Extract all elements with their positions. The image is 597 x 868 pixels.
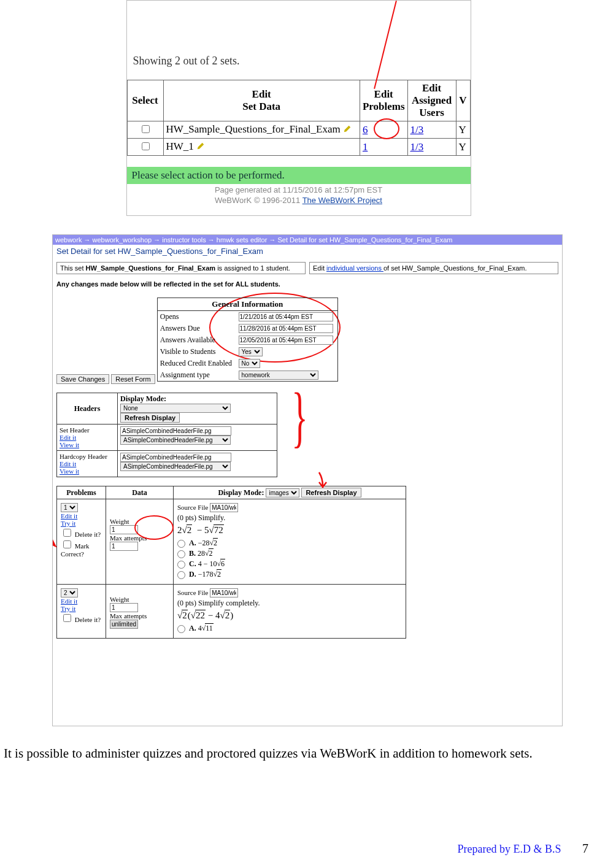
header-file-input[interactable] <box>120 426 231 436</box>
view-link[interactable]: View it <box>60 441 115 448</box>
hardcopy-header-label: Hardcopy Header <box>60 453 107 460</box>
math-expression: 22 − 572 <box>177 523 402 537</box>
source-file-label: Source File <box>177 504 208 511</box>
pencil-icon[interactable] <box>343 124 352 136</box>
problems-link[interactable]: 1 <box>363 141 368 153</box>
field-label: Opens <box>157 311 236 323</box>
field-label: Answers Due <box>157 323 236 334</box>
weight-label: Weight <box>110 596 154 603</box>
answer-option[interactable]: C. 4 − 106 <box>177 559 402 569</box>
answer-option[interactable]: D. −1782 <box>177 570 402 579</box>
delete-checkbox-label[interactable]: Delete it? <box>61 531 101 538</box>
table-row: HW_Sample_Questions_for_Final_Exam 6 1/3… <box>127 121 470 139</box>
screenshot-sets-editor: Showing 2 out of 2 sets. Select Edit Set… <box>126 0 471 216</box>
page-number: 7 <box>582 842 588 855</box>
headers-table: Headers Display Mode: None Refresh Displ… <box>56 393 277 477</box>
display-mode-header: Display Mode: None Refresh Display <box>118 393 277 424</box>
col-users: Edit Assigned Users <box>407 80 456 121</box>
source-file-input[interactable] <box>210 588 238 597</box>
field-label: Answers Available <box>157 334 236 346</box>
opens-input[interactable] <box>239 312 333 321</box>
col-problems: Edit Problems <box>360 80 407 121</box>
math-expression: 2(22 − 42) <box>177 608 402 623</box>
page-footer: Prepared by E.D & B.S 7 <box>458 842 588 856</box>
delete-checkbox-label[interactable]: Delete it? <box>61 616 101 623</box>
delete-checkbox[interactable] <box>63 614 71 622</box>
try-link[interactable]: Try it <box>61 520 75 527</box>
answer-option[interactable]: A. 411 <box>177 624 402 633</box>
table-row: HW_1 1 1/3 Y <box>127 139 470 156</box>
points-label: (0 pts) Simplify completely. <box>177 599 402 608</box>
header-file-input[interactable] <box>120 453 231 462</box>
assignment-type-select[interactable]: homework <box>239 371 318 380</box>
headers-col: Headers <box>57 393 118 424</box>
generated-label: Page generated at 11/15/2016 at 12:57pm … <box>215 185 382 194</box>
header-file-select[interactable]: ASimpleCombinedHeaderFile.pg <box>120 462 231 471</box>
answer-option[interactable]: A. −282 <box>177 539 402 548</box>
mark-correct-checkbox[interactable] <box>63 540 71 548</box>
select-checkbox[interactable] <box>142 125 150 133</box>
max-attempts-label: Max attempts <box>110 534 154 542</box>
edit-link[interactable]: Edit it <box>61 597 77 605</box>
problem-row: 1 Edit it Try it Delete it? Mark Correct… <box>57 499 406 585</box>
problem-row: 2 Edit it Try it Delete it? Weight Max a… <box>57 585 406 639</box>
points-label: (0 pts) Simplify. <box>177 513 402 523</box>
col-v: V <box>456 80 470 121</box>
max-attempts-input[interactable] <box>110 542 138 551</box>
problems-link[interactable]: 6 <box>363 124 368 136</box>
individual-versions-link[interactable]: individual versions <box>326 264 383 272</box>
general-info-header: General Information <box>157 298 337 311</box>
max-attempts-input[interactable] <box>110 620 138 629</box>
col-select: Select <box>127 80 163 121</box>
select-checkbox[interactable] <box>142 142 150 150</box>
sets-table: Select Edit Set Data Edit Problems Edit … <box>127 80 471 156</box>
webwork-project-link[interactable]: The WeBWorK Project <box>302 196 382 205</box>
delete-checkbox[interactable] <box>63 529 71 537</box>
weight-input[interactable] <box>110 525 138 534</box>
answer-option[interactable]: B. 282 <box>177 549 402 558</box>
source-file-label: Source File <box>177 589 208 596</box>
problems-table: Problems Data Display Mode: images Refre… <box>56 486 406 639</box>
users-link[interactable]: 1/3 <box>410 141 424 153</box>
problem-number-select[interactable]: 2 <box>61 588 78 597</box>
body-paragraph: It is possible to administer quizzes and… <box>0 745 597 762</box>
weight-input[interactable] <box>110 603 138 612</box>
warning-label: Any changes made below will be reflected… <box>56 280 558 288</box>
available-input[interactable] <box>239 336 333 345</box>
header-file-select[interactable]: ASimpleCombinedHeaderFile.pg <box>120 436 231 445</box>
pencil-icon[interactable] <box>196 141 205 153</box>
source-file-input[interactable] <box>210 503 238 512</box>
general-info-table: General Information Opens Answers Due An… <box>157 298 338 382</box>
field-label: Reduced Credit Enabled <box>157 358 236 369</box>
visible-cell: Y <box>456 121 470 139</box>
field-label: Assignment type <box>157 369 236 382</box>
visible-cell: Y <box>456 139 470 156</box>
mark-checkbox-label[interactable]: Mark Correct? <box>61 542 90 558</box>
page-title: Set Detail for set HW_Sample_Questions_f… <box>56 245 558 259</box>
reduced-credit-select[interactable]: No <box>239 359 260 368</box>
col-setdata: Edit Set Data <box>163 80 360 121</box>
display-mode-select[interactable]: None <box>120 404 231 413</box>
edit-link[interactable]: Edit it <box>61 512 77 520</box>
refresh-button[interactable]: Refresh Display <box>301 488 361 497</box>
try-link[interactable]: Try it <box>61 605 75 612</box>
refresh-button[interactable]: Refresh Display <box>120 413 180 423</box>
breadcrumb: webwork → webwork_workshop → instructor … <box>53 235 562 245</box>
set-header-label: Set Header <box>60 426 90 434</box>
due-input[interactable] <box>239 324 333 333</box>
view-link[interactable]: View it <box>60 467 115 475</box>
showing-label: Showing 2 out of 2 sets. <box>127 1 471 80</box>
edit-link[interactable]: Edit it <box>60 434 115 441</box>
save-button[interactable]: Save Changes <box>56 374 109 384</box>
data-col: Data <box>106 486 174 499</box>
reset-button[interactable]: Reset Form <box>111 374 155 384</box>
copyright-label: WeBWorK © 1996-2011 <box>215 196 302 205</box>
problem-number-select[interactable]: 1 <box>61 503 78 512</box>
display-mode-select[interactable]: images <box>266 488 299 497</box>
users-link[interactable]: 1/3 <box>410 124 424 136</box>
edit-link[interactable]: Edit it <box>60 460 115 467</box>
problems-col: Problems <box>57 486 106 499</box>
action-bar: Please select action to be performed. <box>127 167 471 184</box>
edit-versions: Edit individual versions of set HW_Sampl… <box>309 262 558 274</box>
visible-select[interactable]: Yes <box>239 347 263 356</box>
